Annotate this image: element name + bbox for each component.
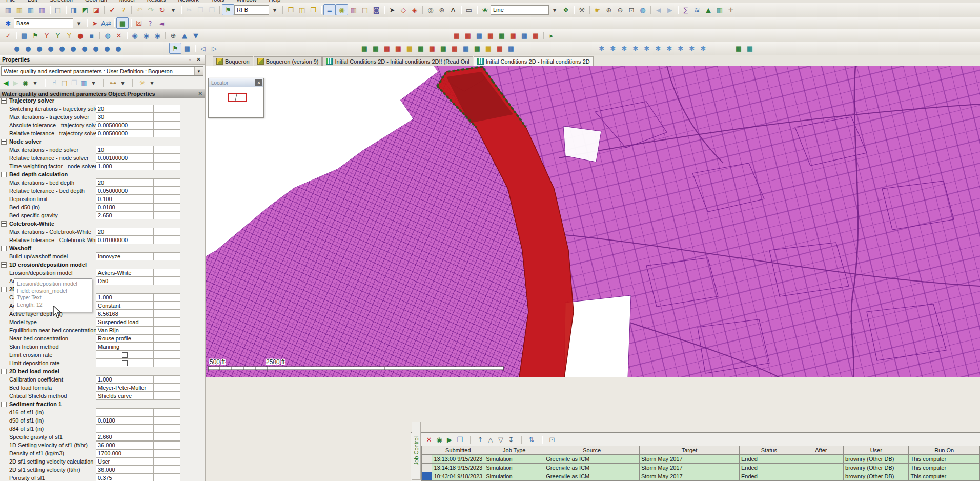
find-icon[interactable]: ◎ — [425, 5, 436, 15]
property-row[interactable]: Bed specific gravity 2.650 — [0, 211, 205, 219]
copy-icon[interactable]: ❐ — [195, 5, 206, 15]
commit-icon[interactable]: ◩ — [79, 5, 91, 15]
flag-cell[interactable] — [154, 441, 166, 449]
property-value[interactable]: Meyer-Peter-Müller — [96, 384, 154, 392]
locator-titlebar[interactable]: Locator ✕ — [209, 78, 263, 87]
toolbar-icon[interactable] — [587, 5, 592, 15]
extra-cell[interactable] — [166, 293, 180, 302]
tab-initial-conditions-2d-readonly[interactable]: Initial Conditions 2D - Initial conditio… — [322, 56, 473, 66]
dropdown-arrow-icon[interactable]: ▾ — [147, 78, 157, 88]
pick-icon[interactable]: ☝ — [50, 78, 59, 88]
sim-open-icon[interactable]: ▦ — [462, 30, 474, 41]
delete-job-icon[interactable]: ✕ — [424, 434, 434, 445]
property-row[interactable]: Specific gravity of sf1 2.660 — [0, 433, 205, 441]
job-column-header[interactable]: Run On — [909, 446, 980, 455]
extra-cell[interactable] — [166, 162, 180, 170]
extra-cell[interactable] — [166, 441, 180, 449]
property-value[interactable]: 36.000 — [96, 441, 154, 449]
flag-cell[interactable] — [154, 154, 166, 162]
extra-cell[interactable] — [166, 457, 180, 466]
dropdown-arrow-icon[interactable]: ▾ — [73, 18, 85, 28]
property-value[interactable] — [96, 425, 154, 433]
open-transportable-db-icon[interactable]: ▥ — [14, 5, 25, 15]
window-prev-icon[interactable]: ◁ — [197, 43, 209, 53]
flag-type-combo[interactable]: RFB — [234, 5, 269, 15]
row-selector-cell[interactable] — [422, 455, 432, 464]
property-row[interactable]: Equilibrium near-bed concentration Van R… — [0, 326, 205, 334]
sim-grid-icon[interactable]: ▦ — [496, 30, 507, 41]
toolbar-icon[interactable] — [112, 18, 116, 28]
label-icon[interactable]: A — [447, 5, 459, 15]
toolbar-icon[interactable] — [14, 30, 18, 41]
toolbar-icon[interactable] — [382, 5, 386, 15]
grid-green-icon[interactable]: ▦ — [733, 43, 744, 53]
property-value[interactable]: 20 — [96, 105, 154, 113]
flag-cell[interactable] — [154, 318, 166, 326]
scenario-combo[interactable]: Base — [14, 18, 73, 28]
burst-icon[interactable]: ✱ — [686, 43, 698, 53]
toolbar-icon[interactable] — [163, 30, 168, 41]
toolbar-icon[interactable] — [129, 18, 133, 28]
property-row[interactable]: Erosion/deposition model Ackers-White — [0, 269, 205, 277]
flag-cell[interactable] — [154, 211, 166, 219]
results-grid-icon[interactable]: ▦ — [472, 43, 483, 53]
property-row[interactable]: d84 of sf1 (in) — [0, 425, 205, 433]
property-row[interactable]: Deposition limit 0.100 — [0, 195, 205, 203]
new-geoplan-icon[interactable]: ▦ — [181, 43, 193, 53]
property-row[interactable]: Colebrook-White — [0, 219, 205, 228]
property-value[interactable]: 6.56168 — [96, 310, 154, 318]
record-red-icon[interactable]: ● — [75, 30, 86, 41]
property-row[interactable]: Porosity of sf1 0.375 — [0, 474, 205, 481]
property-value[interactable]: Suspended load — [96, 318, 154, 326]
paste-icon[interactable]: ❐ — [206, 5, 217, 15]
row-selector-cell[interactable] — [422, 464, 432, 472]
flag-cell[interactable] — [154, 195, 166, 203]
burst-icon[interactable]: ✱ — [675, 43, 686, 53]
flag-cell[interactable] — [154, 351, 166, 359]
flag-cell[interactable] — [154, 466, 166, 474]
flag-cell[interactable] — [154, 326, 166, 334]
property-row[interactable]: Max iterations - bed depth 20 — [0, 178, 205, 187]
tab-boqueron[interactable]: Boqueron — [213, 56, 253, 66]
grid-teal-icon[interactable]: ▦ — [744, 43, 756, 53]
results-grid-icon[interactable]: ▦ — [483, 43, 494, 53]
extra-cell[interactable] — [166, 474, 180, 481]
extra-cell[interactable] — [166, 105, 180, 113]
sql-icon[interactable]: ∑ — [680, 5, 691, 15]
extra-cell[interactable] — [166, 318, 180, 326]
return-icon[interactable]: ◄ — [156, 18, 167, 28]
open-remote-db-icon[interactable]: ▥ — [36, 5, 48, 15]
extra-cell[interactable] — [166, 408, 180, 416]
property-value[interactable] — [96, 351, 154, 359]
property-value[interactable]: Constant — [96, 302, 154, 310]
property-value[interactable]: Innovyze — [96, 252, 154, 260]
job-column-header[interactable]: Submitted — [432, 446, 484, 455]
extra-cell[interactable] — [166, 359, 180, 367]
burst-icon[interactable]: ✱ — [630, 43, 641, 53]
zoom-window-icon[interactable]: ⊡ — [626, 5, 637, 15]
flag-cell[interactable] — [154, 302, 166, 310]
report-icon[interactable]: ▤ — [59, 78, 69, 88]
sim-new-icon[interactable]: ▦ — [451, 30, 462, 41]
property-value[interactable]: 2.650 — [96, 211, 154, 219]
extra-cell[interactable] — [166, 375, 180, 384]
forward-icon[interactable]: ▶ — [11, 78, 21, 88]
results-grid-icon[interactable]: ▦ — [460, 43, 472, 53]
property-row[interactable]: Absolute tolerance - trajectory solver 0… — [0, 121, 205, 129]
property-value[interactable]: Rouse profile — [96, 334, 154, 343]
object-selector-combo[interactable]: Water quality and sediment parameters : … — [1, 66, 203, 76]
lightbulb-icon[interactable]: ☼ — [137, 78, 147, 88]
toolbar-icon[interactable] — [193, 43, 197, 53]
checkbox[interactable] — [122, 352, 128, 358]
job-row[interactable]: 10:43:04 9/18/2023SimulationGreenvile as… — [422, 472, 980, 481]
move-top-icon[interactable]: ↥ — [475, 434, 485, 445]
property-value[interactable]: 2.660 — [96, 433, 154, 441]
toolbar-icon[interactable] — [676, 5, 680, 15]
property-row[interactable]: 2D bed load model — [0, 367, 205, 375]
flag-cell[interactable] — [154, 203, 166, 211]
db-delete-icon[interactable]: ✕ — [113, 30, 125, 41]
extra-cell[interactable] — [166, 416, 180, 425]
extra-cell[interactable] — [166, 343, 180, 351]
flag-cell[interactable] — [154, 293, 166, 302]
locate-icon[interactable]: ◉ — [21, 78, 30, 88]
